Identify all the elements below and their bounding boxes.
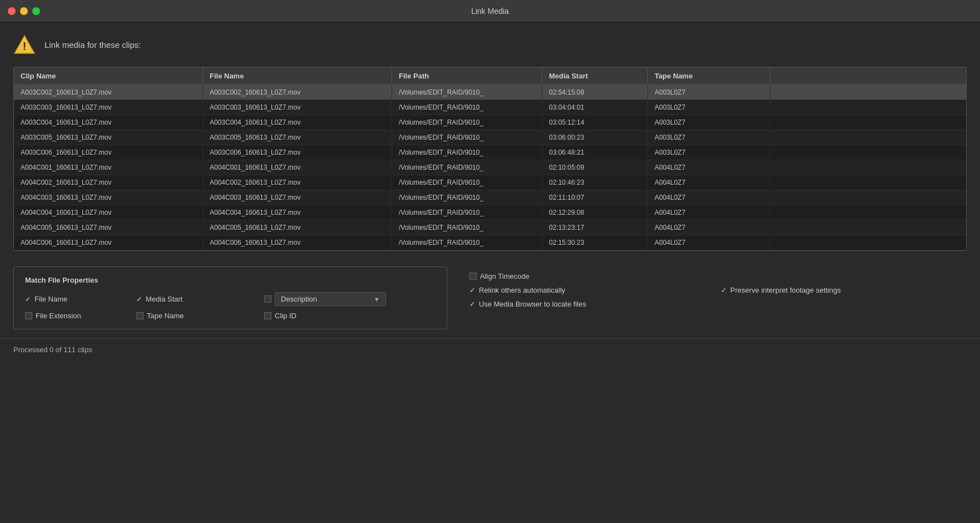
table-cell: A004L0Z7 — [648, 175, 770, 190]
right-options-panel: Align Timecode ✓ Relink others automatic… — [469, 267, 967, 329]
table-cell: A003C004_160613_L0Z7.mov — [203, 115, 392, 130]
title-bar: Link Media — [0, 0, 980, 22]
table-cell: 03:04:04:01 — [542, 100, 648, 115]
checkbox-file-extension[interactable] — [25, 312, 32, 319]
table-cell: /Volumes/EDIT_RAID/9010_ — [392, 160, 542, 175]
table-row[interactable]: A004C001_160613_L0Z7.movA004C001_160613_… — [14, 160, 966, 175]
col-file-path: File Path — [392, 67, 542, 85]
svg-text:!: ! — [23, 40, 27, 52]
preserve-footage-label: Preserve interpret footage settings — [730, 286, 841, 294]
status-bar: Processed 0 of 111 clips — [0, 338, 980, 361]
table-cell: /Volumes/EDIT_RAID/9010_ — [392, 115, 542, 130]
col-clip-name: Clip Name — [14, 67, 203, 85]
table-cell: 02:11:10:07 — [542, 190, 648, 205]
col-tape-name: Tape Name — [648, 67, 770, 85]
table-cell: A004L0Z7 — [648, 190, 770, 205]
table-row[interactable]: A004C004_160613_L0Z7.movA004C004_160613_… — [14, 205, 966, 220]
checkbox-media-start-check[interactable]: ✓ — [136, 295, 142, 303]
table-cell: /Volumes/EDIT_RAID/9010_ — [392, 130, 542, 145]
file-name-label: File Name — [34, 295, 67, 303]
media-start-label: Media Start — [146, 295, 182, 303]
maximize-button[interactable] — [32, 7, 40, 15]
table-cell: A004C004_160613_L0Z7.mov — [14, 205, 203, 220]
table-cell: A003L0Z7 — [648, 115, 770, 130]
minimize-button[interactable] — [20, 7, 28, 15]
table-header: Clip Name File Name File Path Media Star… — [14, 67, 966, 85]
checkbox-preserve-footage[interactable]: ✓ — [721, 286, 727, 294]
checkbox-clip-id[interactable] — [264, 312, 271, 319]
table-cell: 03:05:12:14 — [542, 115, 648, 130]
clip-id-label: Clip ID — [275, 312, 296, 320]
align-timecode-label: Align Timecode — [480, 272, 529, 280]
checkbox-description[interactable] — [264, 295, 271, 303]
main-content: ! Link media for these clips: Clip Name … — [0, 22, 980, 329]
table-row[interactable]: A004C005_160613_L0Z7.movA004C005_160613_… — [14, 220, 966, 235]
table-cell: 02:12:29:08 — [542, 205, 648, 220]
checkbox-file-extension-container: File Extension — [25, 312, 136, 320]
table-cell: A004L0Z7 — [648, 205, 770, 220]
table-cell: /Volumes/EDIT_RAID/9010_ — [392, 190, 542, 205]
use-media-browser-row: ✓ Use Media Browser to locate files — [469, 300, 967, 308]
table-cell: A003C004_160613_L0Z7.mov — [14, 115, 203, 130]
table-cell — [770, 145, 966, 160]
table-row[interactable]: A004C002_160613_L0Z7.movA004C002_160613_… — [14, 175, 966, 190]
table-cell: /Volumes/EDIT_RAID/9010_ — [392, 85, 542, 100]
table-cell: 02:54:15:09 — [542, 85, 648, 100]
table-cell: A003C005_160613_L0Z7.mov — [203, 130, 392, 145]
table-cell: A003C005_160613_L0Z7.mov — [14, 130, 203, 145]
table-cell: A003L0Z7 — [648, 85, 770, 100]
table-row[interactable]: A003C002_160613_L0Z7.movA003C002_160613_… — [14, 85, 966, 100]
table-cell: A004C005_160613_L0Z7.mov — [203, 220, 392, 235]
table-cell — [770, 130, 966, 145]
table-cell: /Volumes/EDIT_RAID/9010_ — [392, 205, 542, 220]
tape-name-label: Tape Name — [147, 312, 184, 320]
table-cell: A004L0Z7 — [648, 220, 770, 235]
table-cell — [770, 190, 966, 205]
table-cell: 03:06:48:21 — [542, 145, 648, 160]
table-row[interactable]: A004C006_160613_L0Z7.movA004C006_160613_… — [14, 235, 966, 250]
table-cell: A003C003_160613_L0Z7.mov — [203, 100, 392, 115]
close-button[interactable] — [8, 7, 16, 15]
table-cell: /Volumes/EDIT_RAID/9010_ — [392, 220, 542, 235]
checkbox-tape-name-container: Tape Name — [136, 312, 264, 320]
checkbox-relink-others[interactable]: ✓ — [469, 286, 476, 294]
warning-header: ! Link media for these clips: — [13, 33, 967, 56]
table-cell: 02:15:30:23 — [542, 235, 648, 250]
table-row[interactable]: A003C005_160613_L0Z7.movA003C005_160613_… — [14, 130, 966, 145]
file-extension-label: File Extension — [36, 312, 81, 320]
table-cell: A004L0Z7 — [648, 160, 770, 175]
checkbox-use-media-browser[interactable]: ✓ — [469, 300, 476, 308]
table-body: A003C002_160613_L0Z7.movA003C002_160613_… — [14, 85, 966, 250]
table-cell: A003C006_160613_L0Z7.mov — [14, 145, 203, 160]
table-cell: A003C002_160613_L0Z7.mov — [14, 85, 203, 100]
table-cell: /Volumes/EDIT_RAID/9010_ — [392, 100, 542, 115]
status-text: Processed 0 of 111 clips — [13, 346, 92, 354]
checkbox-file-name-check[interactable]: ✓ — [25, 295, 31, 303]
table-cell: A004C006_160613_L0Z7.mov — [203, 235, 392, 250]
table-cell: A004L0Z7 — [648, 235, 770, 250]
table-cell — [770, 115, 966, 130]
table-cell: A003C006_160613_L0Z7.mov — [203, 145, 392, 160]
table-cell: A003C003_160613_L0Z7.mov — [14, 100, 203, 115]
checkbox-align-timecode[interactable] — [469, 273, 477, 280]
table-cell — [770, 85, 966, 100]
table-cell: A003L0Z7 — [648, 130, 770, 145]
table-cell: A004C003_160613_L0Z7.mov — [203, 190, 392, 205]
window-controls — [8, 7, 40, 15]
table-cell: /Volumes/EDIT_RAID/9010_ — [392, 145, 542, 160]
use-media-browser-label: Use Media Browser to locate files — [479, 300, 586, 308]
checkbox-tape-name[interactable] — [136, 312, 143, 319]
match-file-properties-panel: Match File Properties ✓ File Name ✓ Medi… — [13, 267, 447, 329]
table-cell — [770, 160, 966, 175]
description-dropdown[interactable]: Description — [275, 292, 386, 306]
table-cell: 02:13:23:17 — [542, 220, 648, 235]
table-row[interactable]: A003C006_160613_L0Z7.movA003C006_160613_… — [14, 145, 966, 160]
preserve-footage-row: ✓ Preserve interpret footage settings — [721, 286, 967, 294]
warning-message: Link media for these clips: — [44, 40, 141, 50]
table-row[interactable]: A004C003_160613_L0Z7.movA004C003_160613_… — [14, 190, 966, 205]
table-cell: A004C005_160613_L0Z7.mov — [14, 220, 203, 235]
warning-icon: ! — [13, 33, 36, 56]
table-row[interactable]: A003C003_160613_L0Z7.movA003C003_160613_… — [14, 100, 966, 115]
relink-others-label: Relink others automatically — [479, 286, 565, 294]
table-row[interactable]: A003C004_160613_L0Z7.movA003C004_160613_… — [14, 115, 966, 130]
